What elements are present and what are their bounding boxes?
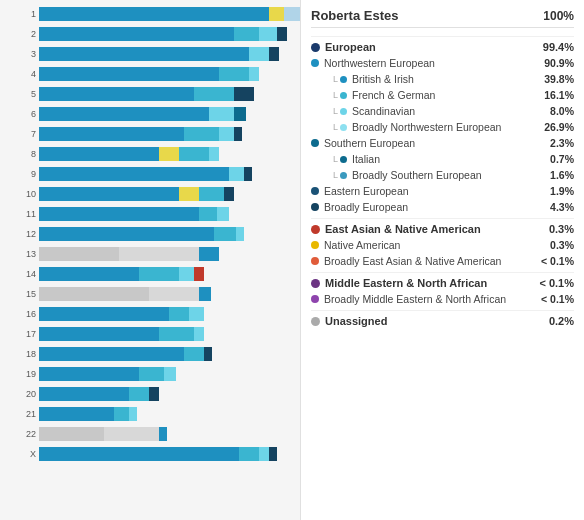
bar-segment [39,67,219,81]
bar-segment [219,67,249,81]
bar-row: 1 [18,4,296,23]
bar-segment [204,347,212,361]
legend-child-item: LBritish & Irish39.8% [321,71,574,87]
bar-segment [184,127,219,141]
legend-sub-dot [311,187,319,195]
bar-segment [189,307,204,321]
legend-subsection-item: Eastern European1.9% [311,183,574,199]
bar-segment [234,27,259,41]
bar-container [39,67,296,81]
bar-row: 12 [18,224,296,243]
bar-row: 19 [18,364,296,383]
legend-child-label: Scandinavian [352,105,415,117]
legend-subsection-item: Native American0.3% [311,237,574,253]
bar-segment [199,247,219,261]
legend-sub-dot [311,203,319,211]
legend-subsection-item: Broadly East Asian & Native American< 0.… [311,253,574,269]
row-label: X [18,449,36,459]
legend-section-label: European [325,41,376,53]
legend-section-pct: 99.4% [543,41,574,53]
bar-row: 18 [18,344,296,363]
legend-child-pct: 16.1% [539,89,574,101]
bar-segment [199,287,211,301]
legend-header: Roberta Estes 100% [311,8,574,28]
legend-child-item: LFrench & German16.1% [321,87,574,103]
bar-container [39,107,296,121]
bar-segment [194,87,234,101]
bar-segment [259,27,277,41]
indent-marker: L [333,90,338,100]
legend-sub-label: Southern European [324,137,415,149]
bar-segment [239,447,259,461]
bar-segment [129,387,149,401]
bar-segment [199,207,217,221]
legend-sub-label: Native American [324,239,400,251]
legend-sub-pct: 0.3% [539,239,574,251]
row-label: 18 [18,349,36,359]
indent-marker: L [333,74,338,84]
row-label: 9 [18,169,36,179]
bar-container [39,267,296,281]
legend-child-label: Broadly Southern European [352,169,482,181]
bar-row: X [18,444,296,463]
bar-container [39,347,296,361]
bar-container [39,127,296,141]
legend-panel: Roberta Estes 100% European99.4%Northwes… [300,0,584,520]
legend-child-pct: 39.8% [539,73,574,85]
bar-segment [39,187,179,201]
bar-container [39,7,300,21]
bar-segment [199,187,224,201]
row-label: 19 [18,369,36,379]
legend-sub-pct: < 0.1% [539,293,574,305]
legend-sub-dot [311,241,319,249]
row-label: 21 [18,409,36,419]
legend-content: European99.4%Northwestern European90.9%L… [311,36,574,329]
bar-segment [269,47,279,61]
bar-segment [39,27,234,41]
bar-row: 11 [18,204,296,223]
bar-segment [217,207,229,221]
bar-row: 9 [18,164,296,183]
bar-segment [184,347,204,361]
legend-section-title: Middle Eastern & North African< 0.1% [311,272,574,291]
legend-sub-pct: 1.9% [539,185,574,197]
bar-segment [179,187,199,201]
bar-row: 20 [18,384,296,403]
bar-segment [284,7,300,21]
legend-dot [311,279,320,288]
legend-child-dot [340,108,347,115]
bar-segment [39,347,184,361]
bar-segment [159,327,194,341]
bar-segment [39,447,239,461]
legend-child-pct: 1.6% [539,169,574,181]
bar-segment [139,267,179,281]
row-label: 6 [18,109,36,119]
bar-segment [39,7,269,21]
bar-segment [39,327,159,341]
bar-segment [209,147,219,161]
bar-segment [159,147,179,161]
bar-container [39,27,296,41]
legend-child-item: LBroadly Southern European1.6% [321,167,574,183]
legend-child-pct: 8.0% [539,105,574,117]
bar-row: 10 [18,184,296,203]
bar-segment [39,247,119,261]
bar-segment [234,127,242,141]
row-label: 10 [18,189,36,199]
bar-segment [39,47,249,61]
legend-section-pct: 0.3% [549,223,574,235]
bar-segment [236,227,244,241]
bar-segment [114,407,129,421]
row-label: 1 [18,9,36,19]
legend-section-pct: 0.2% [549,315,574,327]
legend-sub-pct: 4.3% [539,201,574,213]
legend-child-pct: 26.9% [539,121,574,133]
bar-row: 8 [18,144,296,163]
row-label: 4 [18,69,36,79]
row-label: 12 [18,229,36,239]
legend-sub-label: Northwestern European [324,57,435,69]
bar-segment [39,207,199,221]
bar-segment [249,67,259,81]
legend-child-dot [340,172,347,179]
bar-segment [159,427,167,441]
